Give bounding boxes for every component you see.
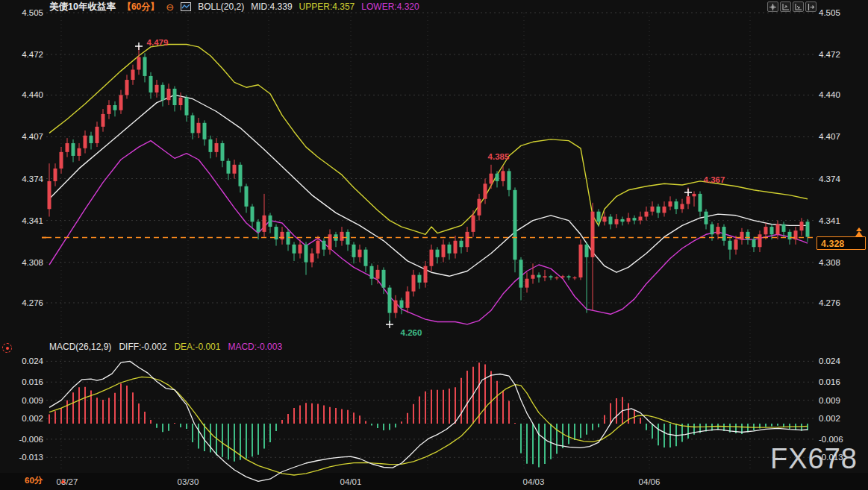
macd-params-label: MACD(26,12,9) xyxy=(49,342,111,352)
boll-params-label: BOLL(20,2) xyxy=(198,1,244,12)
candle-down xyxy=(143,57,147,75)
candle-up xyxy=(627,218,631,222)
candle-up xyxy=(525,279,529,288)
timeframe-footer: 60分 ▲ xyxy=(25,475,66,486)
candle-down xyxy=(609,216,613,224)
candle-down xyxy=(90,136,93,143)
boll-lower-line xyxy=(49,141,808,324)
candle-down xyxy=(537,275,541,277)
candle-down xyxy=(149,76,153,92)
candle-up xyxy=(758,234,762,247)
pan-right-icon[interactable] xyxy=(805,1,817,12)
axis-tick-label: 4.472 xyxy=(819,50,840,59)
candle-down xyxy=(239,165,243,186)
candle-down xyxy=(161,85,165,100)
candle-up xyxy=(119,95,123,110)
candle-up xyxy=(430,250,434,266)
candle-down xyxy=(770,227,774,234)
candle-up xyxy=(454,241,458,254)
axis-tick-label: 4.407 xyxy=(819,132,840,141)
candle-down xyxy=(675,201,678,209)
candle-down xyxy=(203,123,207,139)
boll-mid-value: MID:4.339 xyxy=(251,1,292,12)
candle-down xyxy=(621,219,625,222)
date-label: 04/01 xyxy=(340,477,362,486)
candle-up xyxy=(376,270,380,279)
axis-tick-label: 0.016 xyxy=(22,377,43,386)
timeframe-label[interactable]: 【60分】 xyxy=(122,1,159,13)
candle-down xyxy=(346,232,350,245)
candle-down xyxy=(633,218,637,220)
candle-up xyxy=(800,222,804,230)
candle-up xyxy=(131,69,135,80)
axis-tick-label: 4.308 xyxy=(819,258,840,267)
swing-cross-marker xyxy=(684,189,692,196)
axis-tick-label: 4.440 xyxy=(819,90,840,99)
mini-chart-icon[interactable] xyxy=(181,2,191,11)
axis-tick-label: 0.016 xyxy=(819,377,840,386)
candle-down xyxy=(293,245,296,254)
candle-down xyxy=(287,232,290,245)
candle-down xyxy=(711,224,714,235)
candle-down xyxy=(382,270,386,288)
axis-tick-label: -0.006 xyxy=(19,435,43,444)
candle-up xyxy=(794,230,798,239)
axis-tick-label: 4.505 xyxy=(22,8,43,17)
candle-down xyxy=(746,232,750,239)
candle-down xyxy=(185,98,189,116)
macd-diff-value: DIFF:-0.002 xyxy=(119,342,166,352)
axis-tick-label: 0.002 xyxy=(22,414,43,423)
candle-up xyxy=(681,204,684,210)
date-label: 03/30 xyxy=(178,477,199,486)
up-triangle-icon[interactable]: ▲ xyxy=(59,477,66,485)
candle-up xyxy=(197,123,201,134)
collapse-indicator-icon[interactable]: ⊖ xyxy=(166,2,174,12)
candle-up xyxy=(693,194,696,196)
candle-up xyxy=(663,207,666,213)
candle-up xyxy=(412,275,416,292)
candle-up xyxy=(424,266,428,283)
candle-up xyxy=(764,227,768,234)
candle-up xyxy=(340,232,344,241)
swing-price-label: 4.367 xyxy=(704,175,725,184)
axis-tick-label: 4.308 xyxy=(22,258,43,267)
swing-price-label: 4.385 xyxy=(488,152,510,161)
candle-up xyxy=(645,212,649,217)
crosshair-icon[interactable] xyxy=(767,1,778,12)
candle-up xyxy=(591,212,595,257)
footer-period-label[interactable]: 60分 xyxy=(25,475,43,486)
macd-header: MACD(26,12,9) DIFF:-0.002 DEA:-0.001 MAC… xyxy=(49,342,282,352)
axis-scale-right-icon[interactable] xyxy=(793,1,804,12)
candle-up xyxy=(179,98,183,105)
candle-up xyxy=(478,199,481,216)
candle-down xyxy=(364,250,368,266)
candle-down xyxy=(305,245,308,263)
candle-up xyxy=(472,216,475,232)
candle-up xyxy=(579,245,583,277)
axis-tick-label: 0.009 xyxy=(819,396,840,405)
swing-price-label: 4.260 xyxy=(401,328,422,337)
candle-down xyxy=(597,212,601,222)
candle-up xyxy=(102,114,105,127)
candle-down xyxy=(508,171,511,189)
boll-upper-value: UPPER:4.357 xyxy=(299,1,355,12)
axis-scale-left-icon[interactable] xyxy=(780,1,791,12)
candle-up xyxy=(233,165,237,174)
swing-price-label: 4.479 xyxy=(147,38,169,47)
instrument-title: 美债10年收益率 xyxy=(49,1,116,13)
candle-up xyxy=(66,143,69,152)
axis-tick-label: 4.374 xyxy=(819,175,840,183)
candle-up xyxy=(531,275,535,279)
candle-down xyxy=(245,186,249,207)
candle-down xyxy=(221,143,225,161)
current-price-badge[interactable]: 4.328 xyxy=(817,236,866,250)
candle-down xyxy=(705,212,708,224)
candle-down xyxy=(400,301,404,308)
candle-up xyxy=(394,301,398,313)
candle-up xyxy=(155,85,159,92)
candle-down xyxy=(418,275,422,283)
chart-header: 美债10年收益率 【60分】 ⊖ BOLL(20,2) MID:4.339 UP… xyxy=(49,1,419,13)
candle-up xyxy=(651,207,655,212)
candle-up xyxy=(603,216,607,222)
candlestick-chart-canvas[interactable]: 4.5054.5054.4724.4724.4404.4404.4074.407… xyxy=(0,0,868,490)
